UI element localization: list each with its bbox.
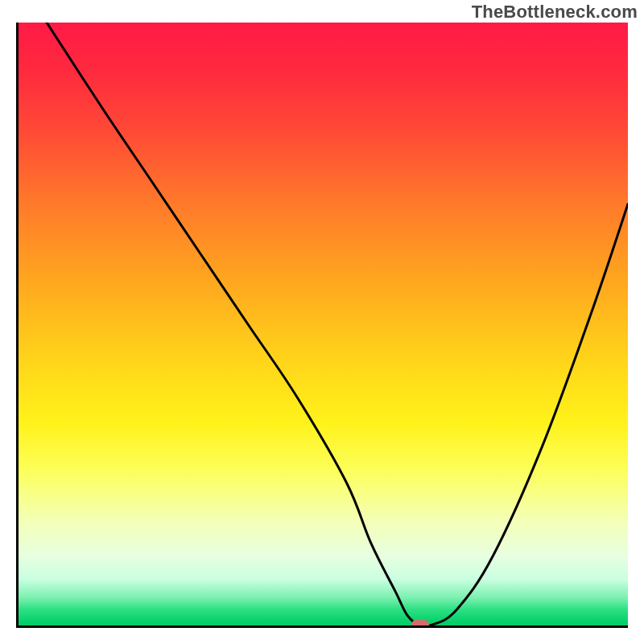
plot-area — [16, 23, 628, 628]
bottleneck-curve — [16, 23, 628, 628]
optimum-marker-icon — [411, 620, 429, 628]
chart-frame: TheBottleneck.com — [0, 0, 644, 644]
watermark-label: TheBottleneck.com — [472, 2, 638, 23]
